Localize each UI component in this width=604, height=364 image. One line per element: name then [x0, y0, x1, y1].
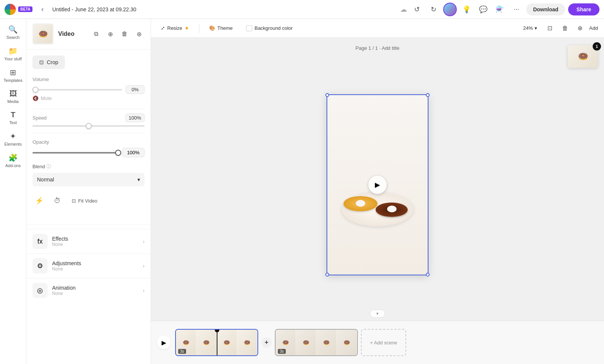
scene-frame-1c: 🍩 [217, 330, 237, 355]
flask-icon-button[interactable]: ⚗️ [493, 3, 507, 16]
chat-icon-button[interactable]: 💬 [476, 3, 490, 16]
document-title[interactable]: Untitled - June 22, 2023 at 09.22.30 [52, 6, 397, 12]
speed-label: Speed [32, 115, 47, 121]
bg-color-button[interactable]: Background color [242, 23, 296, 34]
effects-item[interactable]: fx Effects None › [26, 229, 151, 253]
scene-frame-1d: 🍩 [237, 330, 257, 355]
logo-icon [5, 4, 16, 15]
replace-video-button[interactable]: ⧉ [90, 28, 102, 40]
blend-info-icon: ⓘ [46, 163, 51, 170]
sidebar-item-label: Templates [3, 78, 22, 83]
sidebar-item-search[interactable]: 🔍 Search [1, 22, 25, 43]
props-content: ⊡ Crop Volume 0% 🔇 Mute [26, 49, 151, 220]
share-button[interactable]: Share [568, 3, 599, 15]
theme-button[interactable]: 🎨 Theme [205, 23, 236, 33]
mute-icon: 🔇 [32, 95, 39, 101]
collaborator-avatar[interactable] [443, 3, 457, 16]
crop-icon: ⊡ [39, 59, 44, 65]
zoom-control[interactable]: 24% ▾ [519, 23, 541, 33]
timer-button[interactable]: ⏱ [51, 194, 64, 207]
volume-slider-row: 0% [32, 85, 145, 94]
chevron-down-icon: ▾ [137, 177, 140, 183]
add-scene-button[interactable]: + Add scene [361, 329, 406, 356]
scene-2-duration: 3s [278, 349, 286, 354]
donut-hole [387, 206, 396, 212]
add-page-button[interactable]: ⊕ [574, 22, 586, 34]
effects-info: Effects None [52, 236, 138, 247]
bulb-icon-button[interactable]: 💡 [460, 3, 473, 16]
volume-value: 0% [126, 85, 145, 94]
blend-select[interactable]: Normal ▾ [32, 173, 145, 186]
sidebar-item-label: Add-ons [5, 163, 21, 168]
video-header: 🍩 Video ⧉ ⊕ 🗑 ⊛ [26, 19, 151, 49]
fit-video-button[interactable]: ⊡ Fit Video [69, 196, 100, 206]
adjustments-chevron-icon: › [143, 263, 145, 269]
duplicate-video-button[interactable]: ⊕ [105, 28, 116, 40]
delete-video-button[interactable]: 🗑 [119, 28, 130, 40]
opacity-section: Opacity 100% [32, 139, 145, 157]
adjustments-item[interactable]: ⚙ Adjustments None › [26, 253, 151, 278]
back-button[interactable]: ‹ [35, 3, 49, 16]
sidebar-item-label: Media [8, 99, 19, 104]
add-between-scenes-button[interactable]: + [261, 337, 272, 348]
opacity-fill [32, 152, 118, 154]
sidebar-item-label: Text [9, 120, 17, 125]
blend-value: Normal [37, 177, 54, 183]
effects-value: None [52, 242, 138, 247]
more-video-options-button[interactable]: ⊛ [133, 28, 145, 40]
page-view-button[interactable]: ⊡ [544, 22, 556, 34]
blend-label-text: Blend ⓘ [32, 163, 145, 170]
adjustments-label: Adjustments [52, 260, 138, 266]
timeline-play-button[interactable]: ▶ [157, 336, 171, 349]
divider-3 [26, 224, 151, 224]
topbar-actions: ↺ ↻ 💡 💬 ⚗️ ··· Download Share [410, 3, 599, 16]
scene-frame-2d: 🍩 [337, 330, 357, 355]
thumbnail-container: 🍩 1 [568, 45, 598, 68]
adjustments-info: Adjustments None [52, 260, 138, 272]
crop-button[interactable]: ⊡ Crop [32, 55, 65, 69]
timeline-scene-1[interactable]: 🍩 🍩 🍩 🍩 3s [175, 329, 258, 356]
adjustments-value: None [52, 266, 138, 272]
opacity-thumb[interactable] [115, 150, 121, 156]
text-icon: T [11, 111, 15, 119]
cloud-sync-icon: ☁ [400, 5, 407, 14]
sidebar-item-addons[interactable]: 🧩 Add-ons [1, 150, 25, 171]
split-video-button[interactable]: ⚡ [32, 194, 46, 207]
logo-area: BETA [5, 4, 32, 15]
add-scene-label: + Add scene [370, 340, 397, 346]
canvas-toolbar: ⤢ Resize ★ 🎨 Theme Background color 24% … [151, 19, 604, 38]
addons-icon: 🧩 [8, 153, 18, 162]
more-options-button[interactable]: ··· [510, 3, 523, 16]
download-button[interactable]: Download [526, 3, 565, 15]
redo-button[interactable]: ↻ [427, 3, 440, 16]
animation-chevron-icon: › [143, 287, 145, 293]
sidebar-item-your-stuff[interactable]: 📁 Your stuff [1, 43, 25, 64]
opacity-label: Opacity [32, 139, 49, 145]
elements-icon: ✦ [10, 132, 16, 141]
delete-page-button[interactable]: 🗑 [559, 22, 571, 34]
resize-button[interactable]: ⤢ Resize ★ [157, 23, 193, 33]
undo-button[interactable]: ↺ [410, 3, 424, 16]
play-overlay-button[interactable]: ▶ [368, 176, 387, 194]
beta-badge: BETA [18, 6, 32, 12]
thumbnail-badge: 1 [593, 42, 601, 51]
properties-panel: 🍩 Video ⧉ ⊕ 🗑 ⊛ ⊡ Crop Volume [26, 19, 151, 364]
sidebar-item-text[interactable]: T Text [1, 108, 25, 128]
timeline-scene-2[interactable]: 🍩 🍩 🍩 🍩 3s [275, 329, 358, 356]
collapse-timeline-button[interactable]: ▾ [370, 310, 385, 318]
speed-thumb[interactable] [86, 123, 92, 129]
volume-thumb[interactable] [32, 87, 39, 93]
volume-track [32, 89, 122, 91]
sidebar-item-templates[interactable]: ⊞ Templates [1, 65, 25, 86]
video-thumbnail: 🍩 [32, 23, 54, 45]
sidebar-item-media[interactable]: 🖼 Media [1, 86, 25, 107]
animation-value: None [52, 291, 138, 296]
chevron-down-icon: ▾ [376, 311, 379, 316]
panel-title: Video [58, 31, 86, 37]
scene-frame-2b: 🍩 [296, 330, 316, 355]
volume-section: Volume 0% [32, 77, 145, 94]
animation-item[interactable]: ◎ Animation None › [26, 278, 151, 303]
canvas-frame[interactable]: ▶ [327, 94, 428, 275]
sidebar-item-elements[interactable]: ✦ Elements [1, 129, 25, 149]
opacity-input[interactable]: 100% [122, 148, 145, 157]
